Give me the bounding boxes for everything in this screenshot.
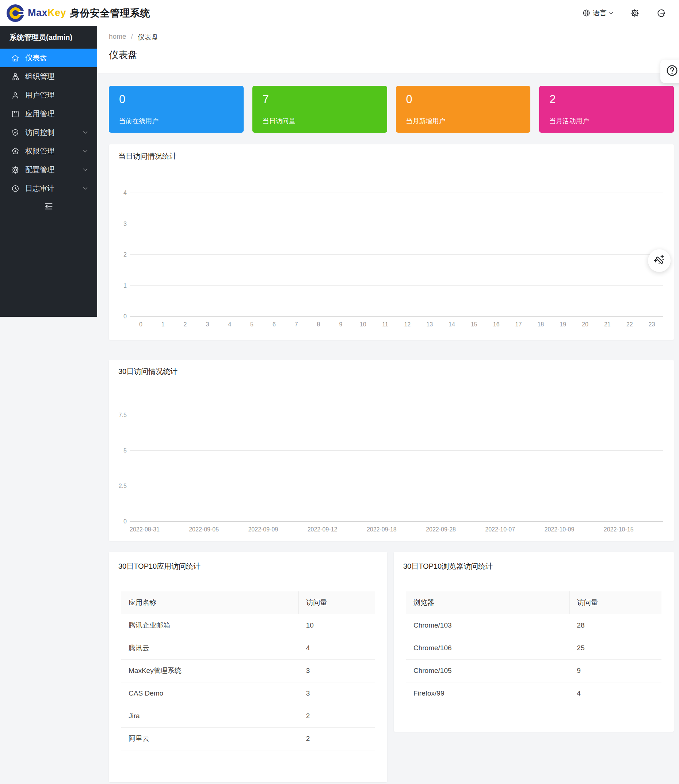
bars-layer (130, 193, 663, 317)
chevron-down-icon (609, 12, 613, 15)
stat-label: 当日访问量 (263, 117, 377, 125)
x-axis-tick: 3 (206, 321, 209, 328)
table-cell: 2 (299, 728, 375, 750)
audit-icon (11, 184, 20, 193)
app-header: MaxKey 身份安全管理系统 语言 (0, 0, 679, 26)
chevron-down-icon (83, 168, 88, 171)
stat-value: 0 (119, 93, 233, 106)
table-cell: Chrome/103 (406, 614, 569, 637)
table-header-row: 应用名称访问量 (121, 591, 375, 614)
x-axis-tick: 2022-08-31 (130, 526, 160, 533)
stat-label: 当月新增用户 (406, 117, 521, 125)
sidebar-item-7[interactable]: 配置管理 (0, 160, 97, 179)
sidebar-collapse-button[interactable] (0, 198, 97, 216)
table-cell: Jira (121, 705, 299, 728)
table-cell: 阿里云 (121, 728, 299, 750)
sidebar-item-4[interactable]: 应用管理 (0, 105, 97, 123)
top-apps-card-title: 30日TOP10应用访问统计 (109, 552, 387, 581)
daily-visits-chart: 0123401234567891011121314151617181920212… (130, 193, 663, 328)
theme-magic-button[interactable] (648, 249, 671, 272)
x-axis-tick: 2022-09-09 (248, 526, 278, 533)
monthly-visits-card: 30日访问情况统计 02.557.52022-08-312022-09-0520… (109, 360, 674, 541)
table-row: 腾讯云4 (121, 637, 375, 659)
sidebar-item-1[interactable]: 仪表盘 (0, 49, 97, 67)
table-header-row: 浏览器访问量 (406, 591, 662, 614)
x-axis-tick: 21 (604, 321, 611, 328)
stat-label: 当月活动用户 (549, 117, 664, 125)
sidebar-item-label: 配置管理 (25, 165, 55, 175)
table-row: 腾讯企业邮箱10 (121, 614, 375, 637)
table-cell: 28 (569, 614, 662, 637)
chevron-down-icon (83, 187, 88, 190)
table-cell: 4 (299, 637, 375, 659)
top-browsers-card-title: 30日TOP10浏览器访问统计 (394, 552, 674, 581)
table-cell: Firefox/99 (406, 682, 569, 705)
x-axis-tick: 2 (184, 321, 187, 328)
sidebar-item-5[interactable]: 访问控制 (0, 123, 97, 142)
sidebar: 系统管理员(admin) 仪表盘组织管理用户管理应用管理访问控制权限管理配置管理… (0, 26, 97, 317)
header-actions: 语言 (582, 8, 666, 18)
y-axis-tick: 2 (111, 251, 127, 258)
column-header: 访问量 (299, 591, 375, 614)
magic-wand-icon (653, 254, 665, 268)
daily-visits-card-title: 当日访问情况统计 (109, 144, 674, 168)
column-header: 访问量 (569, 591, 662, 614)
table-cell: 3 (299, 659, 375, 682)
home-icon (11, 54, 20, 63)
x-axis-tick: 8 (317, 321, 320, 328)
question-circle-icon (665, 64, 679, 78)
x-axis-tick: 9 (339, 321, 342, 328)
x-axis-tick: 2022-09-28 (426, 526, 456, 533)
x-axis-tick: 2022-10-07 (485, 526, 515, 533)
top-apps-card: 30日TOP10应用访问统计 应用名称访问量腾讯企业邮箱10腾讯云4MaxKey… (109, 552, 387, 782)
table-cell: 25 (569, 637, 662, 659)
sidebar-item-6[interactable]: 权限管理 (0, 142, 97, 160)
app-icon (11, 110, 20, 118)
table-cell: 9 (569, 659, 662, 682)
table-row: Chrome/10625 (406, 637, 662, 659)
language-selector[interactable]: 语言 (582, 8, 613, 18)
y-axis-tick: 1 (111, 282, 127, 289)
x-axis-tick: 7 (295, 321, 298, 328)
sidebar-item-label: 权限管理 (25, 146, 55, 156)
x-axis-tick: 15 (471, 321, 477, 328)
menu-fold-icon (44, 201, 54, 213)
table-row: Firefox/994 (406, 682, 662, 705)
stat-card-2: 7当日访问量 (252, 86, 387, 133)
x-axis-tick: 14 (449, 321, 455, 328)
stat-value: 7 (263, 93, 377, 106)
settings-button[interactable] (630, 8, 640, 18)
sidebar-item-3[interactable]: 用户管理 (0, 86, 97, 105)
table-row: Jira2 (121, 705, 375, 728)
user-icon (11, 91, 20, 100)
y-axis-tick: 0 (111, 518, 127, 525)
globe-icon (582, 9, 591, 17)
sidebar-item-2[interactable]: 组织管理 (0, 67, 97, 86)
table-cell: Chrome/106 (406, 637, 569, 659)
x-axis-tick: 19 (560, 321, 566, 328)
sidebar-item-label: 组织管理 (25, 72, 55, 82)
sidebar-item-label: 日志审计 (25, 183, 55, 193)
bars-layer (130, 390, 663, 522)
breadcrumb-home-link[interactable]: home (109, 33, 127, 42)
help-button[interactable] (660, 60, 679, 83)
shield-check-icon (11, 128, 20, 137)
permission-icon (11, 147, 20, 156)
sidebar-menu: 仪表盘组织管理用户管理应用管理访问控制权限管理配置管理日志审计 (0, 49, 97, 198)
x-axis-tick: 18 (537, 321, 544, 328)
x-axis-labels: 01234567891011121314151617181920212223 (130, 321, 663, 328)
y-axis-tick: 4 (111, 190, 127, 196)
sidebar-item-8[interactable]: 日志审计 (0, 179, 97, 198)
chart-plot-area: 02.557.5 (130, 390, 663, 522)
logout-button[interactable] (656, 8, 666, 18)
sidebar-item-label: 仪表盘 (25, 53, 47, 63)
x-axis-tick: 2022-09-05 (189, 526, 219, 533)
chevron-down-icon (83, 131, 88, 134)
table-cell: CAS Demo (121, 682, 299, 705)
x-axis-tick: 13 (426, 321, 433, 328)
table-row: 阿里云2 (121, 728, 375, 750)
x-axis-tick: 23 (649, 321, 655, 328)
table-cell: 2 (299, 705, 375, 728)
x-axis-labels: 2022-08-312022-09-052022-09-092022-09-12… (130, 526, 663, 533)
table-row: MaxKey管理系统3 (121, 659, 375, 682)
